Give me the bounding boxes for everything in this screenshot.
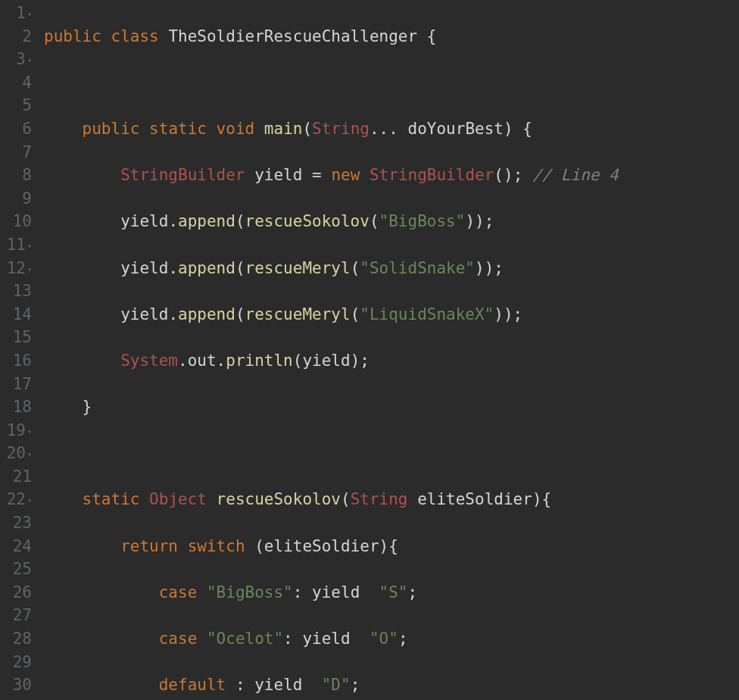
method-call: rescueMeryl [245, 259, 351, 277]
param: eliteSoldier [417, 490, 532, 508]
type: StringBuilder [370, 166, 494, 184]
paren: )); [465, 212, 494, 230]
code-line: System.out.println(yield); [44, 349, 739, 373]
keyword: static [149, 120, 207, 138]
code-line: yield.append(rescueMeryl("SolidSnake")); [44, 257, 739, 280]
string-literal: "D" [322, 676, 351, 694]
keyword: default [159, 676, 226, 694]
code-line: public static void main(String... doYour… [44, 117, 739, 141]
ellipsis: ... [370, 120, 398, 138]
keyword: switch [188, 537, 245, 555]
type: String [312, 120, 370, 138]
line-number: 7 [3, 141, 32, 164]
variable: yield [120, 212, 168, 230]
code-line: StringBuilder yield = new StringBuilder(… [44, 164, 739, 187]
code-line [44, 71, 739, 95]
line-number: 10 [3, 210, 32, 233]
keyword: yield [302, 630, 350, 648]
keyword: return [120, 537, 178, 555]
code-line: static Object rescueSokolov(String elite… [44, 488, 739, 511]
paren: (); [494, 166, 522, 184]
code-line: case "Ocelot": yield "O"; [44, 627, 739, 651]
method-call: rescueSokolov [245, 212, 370, 230]
paren: ( [254, 537, 264, 555]
fold-icon[interactable]: ▾ [27, 242, 32, 250]
line-number: 11▾ [3, 233, 32, 257]
line-number: 24 [3, 535, 32, 558]
keyword: case [159, 583, 198, 602]
code-line: default : yield "D"; [44, 673, 739, 697]
paren: ( [341, 490, 351, 508]
dot: . [168, 259, 178, 277]
line-number: 21 [3, 465, 32, 489]
line-number: 29 [3, 651, 32, 674]
string-literal: "S" [379, 583, 408, 602]
paren: ( [351, 259, 360, 277]
line-number: 5 [3, 94, 32, 117]
line-number: 4 [3, 71, 32, 95]
fold-icon[interactable]: ▾ [27, 265, 32, 273]
fold-icon[interactable]: ▾ [27, 10, 32, 18]
line-number: 8 [3, 164, 32, 187]
method-call: append [178, 305, 235, 323]
line-number: 20▾ [3, 442, 32, 465]
line-number: 12▾ [3, 257, 32, 280]
string-literal: "BigBoss" [379, 212, 466, 230]
paren: ) [504, 120, 513, 138]
variable: yield [254, 166, 302, 184]
line-number: 30 [3, 673, 32, 697]
line-number: 16 [3, 349, 32, 373]
line-number: 3▾ [3, 48, 32, 71]
type: System [120, 352, 178, 370]
method-call: append [178, 212, 235, 230]
brace: ){ [379, 537, 398, 555]
method-name: main [264, 120, 303, 138]
comment: // Line 4 [532, 166, 619, 184]
line-number: 9 [3, 187, 32, 211]
code-area[interactable]: public class TheSoldierRescueChallenger … [38, 0, 739, 700]
string-literal: "SolidSnake" [360, 259, 475, 277]
dot: . [168, 212, 178, 230]
variable: yield [302, 352, 350, 370]
line-number: 18 [3, 395, 32, 419]
type: StringBuilder [120, 166, 245, 184]
line-number: 2 [3, 25, 32, 48]
method-call: append [178, 259, 235, 277]
keyword: yield [254, 676, 302, 694]
line-number: 25 [3, 558, 32, 581]
field: out [188, 352, 217, 370]
fold-icon[interactable]: ▾ [27, 56, 32, 64]
keyword: new [331, 166, 360, 184]
line-number: 17 [3, 373, 32, 396]
dot: . [168, 305, 178, 323]
line-number: 13 [3, 280, 32, 303]
string-literal: "LiquidSnakeX" [360, 305, 494, 323]
variable: eliteSoldier [264, 537, 379, 555]
code-line: case "BigBoss": yield "S"; [44, 581, 739, 605]
code-line [44, 442, 739, 465]
keyword: static [83, 490, 140, 508]
brace: { [427, 27, 437, 45]
dot: . [217, 352, 226, 370]
line-number: 6 [3, 117, 32, 141]
fold-icon[interactable]: ▾ [27, 450, 32, 458]
class-name: TheSoldierRescueChallenger [168, 27, 417, 45]
line-number: 22▾ [3, 488, 32, 511]
keyword: void [217, 120, 255, 138]
semicolon: ; [398, 630, 408, 648]
paren: ( [235, 305, 245, 323]
type: String [351, 490, 408, 508]
variable: yield [120, 259, 168, 277]
line-number: 14 [3, 303, 32, 327]
paren: ( [302, 120, 312, 138]
type: Object [149, 490, 207, 508]
paren: ( [235, 212, 245, 230]
string-literal: "BigBoss" [207, 583, 293, 602]
method-call: rescueMeryl [245, 305, 351, 323]
code-line: return switch (eliteSoldier){ [44, 535, 739, 558]
fold-icon[interactable]: ▾ [27, 496, 32, 505]
paren: ( [351, 305, 360, 323]
fold-icon[interactable]: ▾ [27, 427, 32, 436]
keyword: public [83, 120, 140, 138]
colon: : [293, 583, 303, 602]
